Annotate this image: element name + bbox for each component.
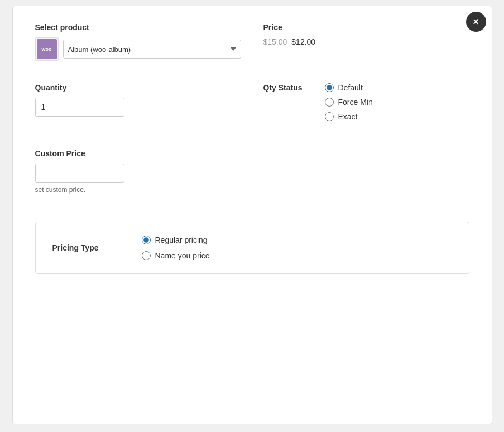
pricing-type-title: Pricing Type [52, 243, 108, 252]
quantity-input[interactable] [35, 98, 124, 117]
quantity-label: Quantity [35, 83, 241, 92]
quantity-section: Quantity [35, 83, 241, 121]
custom-price-label: Custom Price [35, 149, 469, 158]
pricing-type-options: Regular pricing Name you price [142, 236, 210, 260]
top-section: Select product woo Album (woo-album) Sim… [35, 23, 469, 61]
product-thumbnail-inner: woo [37, 39, 57, 59]
price-values: $15.00 $12.00 [263, 37, 469, 46]
qty-status-section: Qty Status Default Force Min Exact [263, 83, 469, 121]
qty-status-default[interactable]: Default [325, 83, 373, 92]
price-label: Price [263, 23, 469, 32]
custom-price-input[interactable] [35, 164, 124, 183]
qty-status-label: Qty Status [263, 83, 308, 92]
close-button[interactable]: × [466, 12, 486, 32]
pricing-type-regular-radio[interactable] [142, 236, 151, 244]
product-section: Select product woo Album (woo-album) Sim… [35, 23, 241, 61]
qty-status-force-min-label: Force Min [338, 98, 373, 107]
pricing-type-nyp-label: Name you price [155, 251, 210, 260]
product-label: Select product [35, 23, 241, 32]
qty-status-force-min[interactable]: Force Min [325, 98, 373, 107]
product-dropdown[interactable]: Album (woo-album) Simple Product Variabl… [63, 40, 241, 59]
qty-status-exact-label: Exact [338, 112, 358, 121]
modal: × Select product woo Album (woo-album) S… [12, 6, 492, 424]
pricing-type-nyp-radio[interactable] [142, 251, 151, 260]
qty-status-exact-radio[interactable] [325, 112, 334, 121]
custom-price-section: Custom Price set custom price. [35, 149, 469, 194]
pricing-type-box: Pricing Type Regular pricing Name you pr… [35, 222, 469, 274]
thumbnail-text: woo [42, 46, 52, 52]
middle-section: Quantity Qty Status Default Force Min Ex… [35, 83, 469, 121]
product-selector: woo Album (woo-album) Simple Product Var… [35, 37, 241, 61]
qty-status-label-col: Qty Status [263, 83, 308, 121]
pricing-type-regular-label: Regular pricing [155, 236, 208, 244]
price-original: $15.00 [263, 37, 287, 46]
qty-status-default-radio[interactable] [325, 83, 334, 92]
pricing-type-name-your-price[interactable]: Name you price [142, 251, 210, 260]
custom-price-hint: set custom price. [35, 186, 469, 194]
price-section: Price $15.00 $12.00 [263, 23, 469, 61]
product-thumbnail: woo [35, 37, 59, 61]
price-current: $12.00 [291, 37, 315, 46]
qty-status-default-label: Default [338, 83, 363, 92]
qty-status-exact[interactable]: Exact [325, 112, 373, 121]
close-icon: × [473, 17, 479, 27]
pricing-type-regular[interactable]: Regular pricing [142, 236, 210, 244]
qty-status-force-min-radio[interactable] [325, 98, 334, 107]
qty-status-options: Default Force Min Exact [325, 83, 373, 121]
